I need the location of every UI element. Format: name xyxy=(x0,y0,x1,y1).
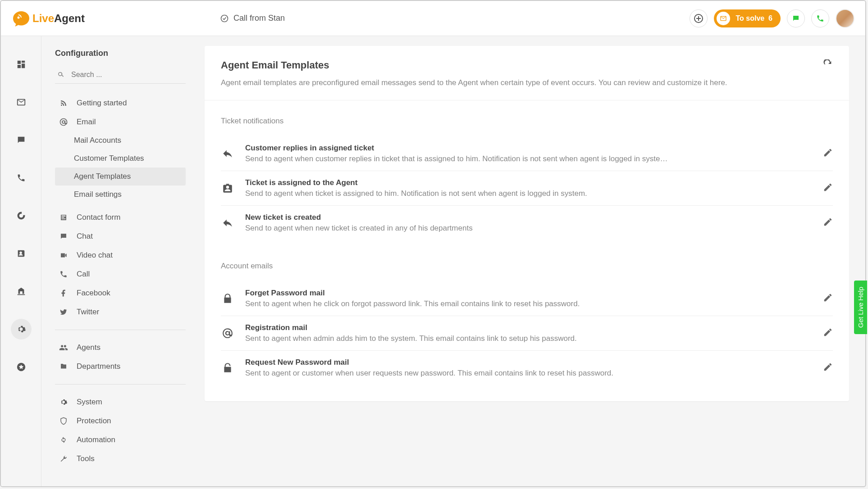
reply-icon xyxy=(221,217,234,229)
pencil-icon xyxy=(823,362,833,372)
nav-video-chat[interactable]: Video chat xyxy=(55,246,186,265)
pencil-icon xyxy=(823,148,833,158)
template-title: New ticket is created xyxy=(245,213,812,222)
template-row[interactable]: Registration mail Sent to agent when adm… xyxy=(221,316,833,351)
at-icon xyxy=(59,117,69,127)
unlock-icon xyxy=(221,362,234,374)
nav-label: Customer Templates xyxy=(74,154,144,163)
nav-agents[interactable]: Agents xyxy=(55,338,186,357)
edit-button[interactable] xyxy=(823,362,833,374)
nav-email-settings[interactable]: Email settings xyxy=(55,186,186,204)
template-description: Sent to agent when he click on forgot pa… xyxy=(245,299,812,308)
rail-star[interactable] xyxy=(11,357,32,377)
sync-icon xyxy=(59,435,69,445)
template-row[interactable]: Customer replies in assigned ticket Send… xyxy=(221,136,833,171)
breadcrumb-label: Call from Stan xyxy=(233,14,285,23)
rail-progress[interactable] xyxy=(11,205,32,226)
pencil-icon xyxy=(823,182,833,192)
twitter-icon xyxy=(59,307,69,317)
nav-email[interactable]: Email xyxy=(55,113,186,131)
phone-icon xyxy=(17,173,26,182)
template-row[interactable]: Request New Password mail Sent to agent … xyxy=(221,351,833,385)
phone-icon xyxy=(59,269,69,279)
edit-button[interactable] xyxy=(823,293,833,304)
facebook-icon xyxy=(59,288,69,298)
rail-building[interactable] xyxy=(11,281,32,302)
nav-label: Getting started xyxy=(77,99,127,108)
template-row[interactable]: Forget Password mail Sent to agent when … xyxy=(221,281,833,316)
nav-contact-form[interactable]: Contact form xyxy=(55,208,186,227)
refresh-button[interactable] xyxy=(823,59,833,71)
edit-button[interactable] xyxy=(823,217,833,229)
nav-agent-templates[interactable]: Agent Templates xyxy=(55,168,186,186)
plus-icon xyxy=(693,13,704,24)
template-row[interactable]: New ticket is created Send to agent when… xyxy=(221,206,833,240)
reply-icon xyxy=(221,148,234,159)
to-solve-count: 6 xyxy=(768,14,772,22)
header: LiveAgent Call from Stan To solve 6 xyxy=(1,1,865,36)
nav-label: Twitter xyxy=(77,308,99,317)
nav-mail-accounts[interactable]: Mail Accounts xyxy=(55,131,186,149)
to-solve-pill[interactable]: To solve 6 xyxy=(714,9,781,27)
template-title: Ticket is assigned to the Agent xyxy=(245,178,812,187)
form-icon xyxy=(59,213,69,222)
nav-automation[interactable]: Automation xyxy=(55,430,186,449)
nav-protection[interactable]: Protection xyxy=(55,412,186,430)
template-title: Request New Password mail xyxy=(245,358,812,367)
logo[interactable]: LiveAgent xyxy=(12,10,85,27)
breadcrumb[interactable]: Call from Stan xyxy=(85,14,690,23)
nav-system[interactable]: System xyxy=(55,393,186,412)
pencil-icon xyxy=(823,327,833,337)
logo-text: LiveAgent xyxy=(32,12,85,25)
dashboard-icon xyxy=(16,59,26,69)
rail-contacts[interactable] xyxy=(11,243,32,264)
rail-mail[interactable] xyxy=(11,92,32,113)
nav-tools[interactable]: Tools xyxy=(55,449,186,468)
nav-twitter[interactable]: Twitter xyxy=(55,303,186,321)
rss-icon xyxy=(59,98,69,108)
nav-label: Automation xyxy=(77,435,115,444)
template-description: Send to agent when new ticket is created… xyxy=(245,224,812,233)
nav-label: System xyxy=(77,398,102,407)
template-row[interactable]: Ticket is assigned to the Agent Send to … xyxy=(221,171,833,206)
chat-icon xyxy=(59,231,69,241)
nav-chat[interactable]: Chat xyxy=(55,227,186,246)
live-help-label: Get Live Help xyxy=(857,287,864,328)
pencil-icon xyxy=(823,293,833,303)
nav-label: Chat xyxy=(77,232,93,241)
nav-departments[interactable]: Departments xyxy=(55,357,186,376)
to-solve-label: To solve xyxy=(736,14,764,22)
sidebar-title: Configuration xyxy=(55,49,186,58)
edit-button[interactable] xyxy=(823,327,833,339)
refresh-icon xyxy=(823,59,833,69)
rail-settings[interactable] xyxy=(11,319,32,340)
building-icon xyxy=(16,286,26,296)
nav-label: Facebook xyxy=(77,289,110,298)
rail-chat[interactable] xyxy=(11,130,32,150)
search-input[interactable] xyxy=(71,71,184,79)
video-icon xyxy=(59,250,69,260)
header-actions: To solve 6 xyxy=(690,9,854,28)
template-description: Send to agent when ticket is assigned to… xyxy=(245,189,812,198)
section-ticket-notifications-label: Ticket notifications xyxy=(221,117,833,126)
chat-button[interactable] xyxy=(787,9,805,27)
nav-getting-started[interactable]: Getting started xyxy=(55,94,186,113)
pencil-icon xyxy=(823,217,833,227)
check-circle-icon xyxy=(220,14,229,23)
add-button[interactable] xyxy=(690,9,708,27)
live-help-tab[interactable]: Get Live Help xyxy=(854,281,866,334)
nav-customer-templates[interactable]: Customer Templates xyxy=(55,149,186,168)
nav-call[interactable]: Call xyxy=(55,265,186,284)
nav-label: Email settings xyxy=(74,190,122,199)
nav-label: Video chat xyxy=(77,251,113,260)
nav-facebook[interactable]: Facebook xyxy=(55,284,186,303)
rail-phone[interactable] xyxy=(11,168,32,188)
progress-icon xyxy=(16,211,26,221)
search-row[interactable] xyxy=(55,68,186,84)
avatar[interactable] xyxy=(836,9,854,28)
template-description: Sent to agent when admin adds him to the… xyxy=(245,334,812,343)
edit-button[interactable] xyxy=(823,182,833,194)
call-button[interactable] xyxy=(811,9,829,27)
rail-dashboard[interactable] xyxy=(11,54,32,75)
edit-button[interactable] xyxy=(823,148,833,159)
